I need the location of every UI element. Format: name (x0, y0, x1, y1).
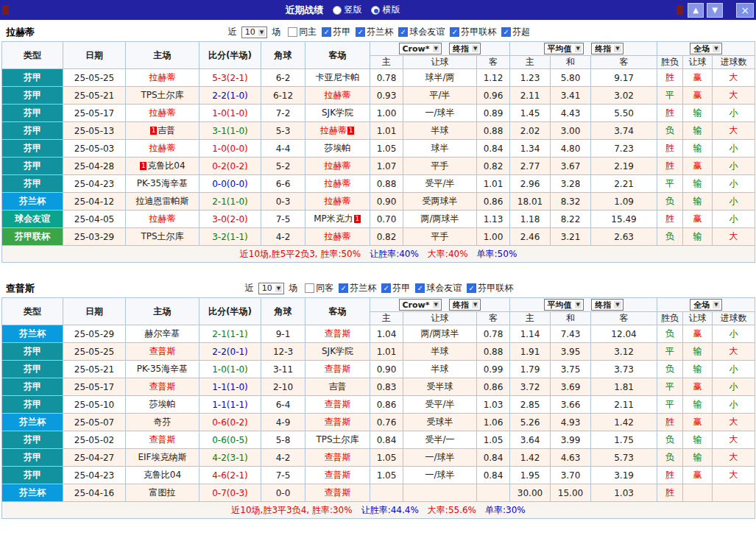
home-team-link[interactable]: 拉赫蒂 (126, 211, 199, 228)
home-team-link[interactable]: 拉赫蒂 (126, 140, 199, 158)
average-select[interactable]: 平均值▼ (544, 299, 584, 311)
score-link[interactable]: 1-1(1-1) (199, 396, 261, 414)
home-team-link[interactable]: TPS土尔库 (126, 228, 199, 246)
horizontal-layout-radio[interactable]: 横版 (371, 4, 400, 16)
average-stage-select[interactable]: 终指▼ (591, 299, 623, 311)
score-link[interactable]: 0-7(0-3) (199, 484, 261, 502)
score-link[interactable]: 2-1(1-1) (199, 325, 261, 343)
filter-checkbox[interactable]: ✓ (339, 283, 348, 293)
home-team-link[interactable]: 拉赫蒂 (126, 69, 199, 87)
away-team-link[interactable]: 查普斯 (305, 325, 370, 343)
goals-result-cell: 大 (713, 87, 755, 105)
away-team-link[interactable]: 拉赫蒂 (305, 87, 370, 105)
score-link[interactable]: 0-0(0-0) (199, 175, 261, 193)
close-button[interactable]: × (736, 3, 754, 18)
score-link[interactable]: 5-3(2-1) (199, 69, 261, 87)
filter-checkbox[interactable] (288, 27, 297, 37)
away-team-link[interactable]: 查普斯 (305, 414, 370, 431)
home-team-link[interactable]: 查普斯 (126, 343, 199, 361)
filter-checkbox[interactable]: ✓ (501, 27, 511, 37)
scope-select[interactable]: 全场▼ (690, 43, 721, 54)
away-team-link[interactable]: 查普斯 (305, 484, 370, 502)
home-team-link[interactable]: PK-35海辛基 (126, 361, 199, 378)
avg-away-cell: 12.04 (591, 325, 657, 343)
away-team-link[interactable]: SJK学院 (305, 343, 370, 361)
home-team-link[interactable]: PK-35海辛基 (126, 175, 199, 193)
odds-stage-select[interactable]: 终指▼ (449, 43, 481, 54)
score-link[interactable]: 1-0(0-0) (199, 140, 261, 158)
scroll-up-button[interactable]: ▲ (688, 3, 704, 18)
away-team-link[interactable]: 拉赫蒂 (305, 158, 370, 175)
home-team-link[interactable]: 查普斯 (126, 378, 199, 396)
filter-checkbox[interactable]: ✓ (415, 283, 425, 293)
score-link[interactable]: 0-6(0-2) (199, 414, 261, 431)
filter-checkbox[interactable]: ✓ (381, 283, 391, 293)
home-team-link[interactable]: 奇芬 (126, 414, 199, 431)
filter-checkbox[interactable]: ✓ (322, 27, 331, 37)
away-team-link[interactable]: 查普斯 (305, 361, 370, 378)
score-link[interactable]: 0-2(0-2) (199, 158, 261, 175)
avg-away-cell: 3.74 (591, 122, 657, 140)
away-team-link[interactable]: 拉赫蒂 (305, 228, 370, 246)
score-link[interactable]: 4-2(3-1) (199, 449, 261, 467)
filter-checkbox[interactable] (305, 283, 314, 293)
away-team-link[interactable]: MP米克力1 (305, 211, 370, 228)
corners-cell: 4-4 (261, 140, 305, 158)
home-team-link[interactable]: TPS土尔库 (126, 87, 199, 105)
away-team-link[interactable]: 查普斯 (305, 467, 370, 484)
score-link[interactable]: 1-1(1-0) (199, 378, 261, 396)
away-team-link[interactable]: SJK学院 (305, 105, 370, 122)
away-team-link[interactable]: 卡亚尼卡帕 (305, 69, 370, 87)
score-link[interactable]: 2-1(1-0) (199, 193, 261, 211)
score-link[interactable]: 3-1(1-0) (199, 122, 261, 140)
filter-checkbox[interactable]: ✓ (398, 27, 408, 37)
scope-select[interactable]: 全场▼ (690, 299, 721, 311)
col-header-handicap-result: 让球 (683, 56, 713, 69)
filter-checkbox[interactable]: ✓ (467, 283, 476, 293)
home-team-link[interactable]: 赫尔辛基 (126, 325, 199, 343)
home-team-link[interactable]: 克鲁比04 (126, 467, 199, 484)
home-team-link[interactable]: 1克鲁比04 (126, 158, 199, 175)
away-team-link[interactable]: 吉普 (305, 378, 370, 396)
team-section-1: 拉赫蒂 近10▼场同主✓芬甲✓芬兰杯✓球会友谊✓芬甲联杯✓芬超 类型 日期 主场… (1, 23, 755, 263)
away-team-link[interactable]: 拉赫蒂 (305, 175, 370, 193)
odds-company-select[interactable]: Crow*▼ (399, 299, 442, 311)
away-team-link[interactable]: 查普斯 (305, 396, 370, 414)
score-link[interactable]: 1-0(1-0) (199, 361, 261, 378)
filter-checkbox[interactable]: ✓ (450, 27, 459, 37)
league-type-cell: 芬甲 (2, 122, 63, 140)
odds-company-select[interactable]: Crow*▼ (399, 43, 442, 54)
home-team-link[interactable]: 拉迪恩雷帕斯 (126, 193, 199, 211)
score-link[interactable]: 0-6(0-5) (199, 431, 261, 449)
table-row: 芬甲25-05-25查普斯2-2(0-1)12-3SJK学院1.01半球0.88… (2, 343, 755, 361)
average-select[interactable]: 平均值▼ (544, 43, 584, 54)
home-team-link[interactable]: 富图拉 (126, 484, 199, 502)
team-name-text: 富图拉 (149, 487, 176, 498)
home-team-link[interactable]: 拉赫蒂 (126, 105, 199, 122)
select-value: 终指 (595, 300, 611, 311)
recent-count-select[interactable]: 10▼ (241, 26, 267, 38)
away-team-link[interactable]: 拉赫蒂 (305, 193, 370, 211)
avg-draw-cell: 8.32 (551, 193, 591, 211)
score-link[interactable]: 4-6(2-1) (199, 467, 261, 484)
away-team-link[interactable]: 莎埃帕 (305, 140, 370, 158)
score-link[interactable]: 2-2(0-1) (199, 343, 261, 361)
scroll-down-button[interactable]: ▼ (707, 3, 723, 18)
score-link[interactable]: 3-2(1-1) (199, 228, 261, 246)
away-team-link[interactable]: TPS土尔库 (305, 431, 370, 449)
filter-checkbox[interactable]: ✓ (356, 27, 365, 37)
away-team-link[interactable]: 查普斯 (305, 449, 370, 467)
away-team-link[interactable]: 拉赫蒂1 (305, 122, 370, 140)
recent-count-select[interactable]: 10▼ (258, 283, 284, 294)
home-team-link[interactable]: EIF埃克纳斯 (126, 449, 199, 467)
odds-stage-select[interactable]: 终指▼ (449, 299, 481, 311)
avg-away-cell: 1.09 (591, 193, 657, 211)
home-team-link[interactable]: 查普斯 (126, 431, 199, 449)
score-link[interactable]: 1-0(1-0) (199, 105, 261, 122)
vertical-layout-radio[interactable]: 竖版 (333, 4, 362, 16)
average-stage-select[interactable]: 终指▼ (591, 43, 623, 54)
home-team-link[interactable]: 1吉普 (126, 122, 199, 140)
score-link[interactable]: 3-0(2-0) (199, 211, 261, 228)
home-team-link[interactable]: 莎埃帕 (126, 396, 199, 414)
score-link[interactable]: 2-2(1-0) (199, 87, 261, 105)
